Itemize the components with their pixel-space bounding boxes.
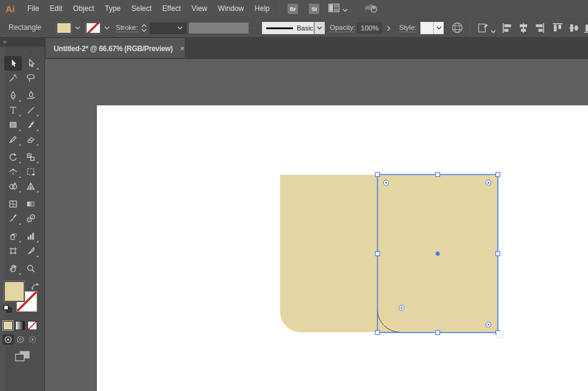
paintbrush-tool[interactable] (22, 118, 40, 132)
hand-tool[interactable] (4, 261, 22, 276)
shaper-tool[interactable] (4, 132, 22, 147)
draw-behind-button[interactable] (15, 334, 26, 345)
fill-color-swatch[interactable] (57, 23, 71, 33)
free-transform-tool[interactable] (22, 164, 40, 179)
zoom-tool[interactable] (22, 261, 40, 276)
drawing-mode-row (2, 334, 44, 345)
direct-selection-tool[interactable] (22, 56, 40, 71)
stroke-style-preview-line (266, 27, 293, 29)
selection-tool[interactable] (4, 56, 22, 71)
fill-stroke-indicator (0, 281, 44, 315)
document-setup-chevron-down-icon[interactable] (491, 25, 496, 36)
menu-type[interactable]: Type (99, 0, 126, 18)
type-tool[interactable] (4, 103, 22, 118)
tool-grid (0, 56, 44, 276)
eyedropper-tool[interactable] (4, 211, 22, 226)
document-tab-title: Untitled-2* @ 66.67% (RGB/Preview) (54, 44, 173, 53)
stroke-style-value: Basic (297, 24, 313, 32)
share-screen-icon[interactable] (364, 2, 378, 16)
stroke-weight-chevron-down-icon[interactable] (175, 23, 185, 33)
document-setup-icon[interactable] (477, 22, 489, 37)
collapse-panel-icon[interactable]: « (3, 38, 6, 45)
bridge-button[interactable]: Br (288, 4, 298, 14)
menu-window[interactable]: Window (213, 0, 249, 18)
menu-object[interactable]: Object (68, 0, 99, 18)
menu-list: FileEditObjectTypeSelectEffectViewWindow… (22, 0, 275, 18)
menu-file[interactable]: File (22, 0, 44, 18)
opacity-field[interactable]: 100% (357, 23, 382, 33)
none-button[interactable] (27, 321, 37, 330)
style-label[interactable]: Style: (399, 24, 417, 32)
align-vertical-center-icon[interactable] (569, 23, 579, 36)
align-vertical-top-icon[interactable] (552, 23, 563, 36)
gradient-button[interactable] (15, 321, 25, 330)
illustrator-logo: Ai (5, 4, 15, 14)
fill-swatch[interactable] (4, 281, 24, 301)
workspace-chevron-down-icon[interactable] (342, 4, 348, 15)
screen-mode-button[interactable] (13, 350, 32, 362)
color-type-row (3, 321, 44, 330)
align-vertical-bottom-icon[interactable] (584, 23, 588, 36)
perspective-grid-tool[interactable] (22, 179, 40, 194)
column-graph-tool[interactable] (22, 229, 40, 244)
tools-panel: « (0, 38, 45, 391)
tab-close-icon[interactable]: × (180, 44, 185, 52)
recolor-artwork-icon[interactable] (451, 21, 464, 37)
canvas-area[interactable] (45, 59, 588, 391)
slice-tool[interactable] (22, 244, 40, 258)
rectangle-tool[interactable] (4, 118, 22, 132)
opacity-label[interactable]: Opacity: (330, 24, 355, 32)
stroke-weight-label[interactable]: Stroke: (116, 24, 138, 32)
graphic-style-swatch[interactable] (420, 22, 433, 34)
stroke-color-swatch[interactable] (86, 23, 101, 33)
default-fill-stroke-icon[interactable] (4, 305, 12, 312)
menu-bar: Ai FileEditObjectTypeSelectEffectViewWin… (0, 0, 588, 18)
menu-select[interactable]: Select (126, 0, 157, 18)
align-horizontal-left-icon[interactable] (502, 23, 513, 36)
mesh-tool[interactable] (4, 197, 22, 211)
workspace-layout-icon[interactable] (328, 4, 339, 15)
pen-tool[interactable] (4, 88, 22, 103)
brush-definition-dropdown[interactable] (189, 23, 249, 33)
opacity-expand-arrow[interactable] (384, 23, 393, 33)
swap-fill-stroke-icon[interactable] (31, 282, 40, 293)
magic-wand-tool[interactable] (4, 71, 22, 85)
eraser-tool[interactable] (22, 132, 40, 147)
draw-normal-button[interactable] (2, 334, 14, 345)
tools-panel-header: « (0, 38, 44, 47)
menu-view[interactable]: View (186, 0, 213, 18)
lasso-tool[interactable] (22, 71, 40, 85)
fill-chevron-down-icon[interactable] (73, 23, 82, 33)
stroke-style-chevron-down-icon[interactable] (314, 22, 325, 34)
gradient-tool[interactable] (22, 197, 40, 211)
curvature-tool[interactable] (22, 88, 40, 103)
graphic-style-chevron-down-icon[interactable] (433, 22, 444, 34)
stock-button[interactable]: St (309, 4, 319, 14)
scale-tool[interactable] (22, 150, 40, 164)
document-tab[interactable]: Untitled-2* @ 66.67% (RGB/Preview) × (46, 38, 185, 58)
artboard-tool[interactable] (4, 244, 22, 258)
draw-inside-button[interactable] (27, 334, 38, 345)
menu-effect[interactable]: Effect (157, 0, 186, 18)
rotate-tool[interactable] (4, 150, 22, 164)
stroke-chevron-down-icon[interactable] (102, 23, 112, 33)
align-horizontal-right-icon[interactable] (534, 23, 545, 36)
shape-builder-tool[interactable] (4, 179, 22, 194)
artboard[interactable] (97, 105, 588, 391)
selection-type-label: Rectangle (9, 18, 41, 38)
menu-edit[interactable]: Edit (44, 0, 68, 18)
line-segment-tool[interactable] (22, 103, 40, 118)
control-bar-grip[interactable] (2, 20, 5, 35)
stroke-weight-stepper[interactable] (140, 23, 148, 33)
control-bar: Rectangle Stroke: Basic Opacity: 100% St… (0, 18, 588, 38)
document-tab-bar: Untitled-2* @ 66.67% (RGB/Preview) × (45, 38, 588, 59)
stroke-style-dropdown[interactable]: Basic (262, 22, 314, 34)
align-horizontal-center-icon[interactable] (518, 23, 529, 36)
symbol-sprayer-tool[interactable] (4, 229, 22, 244)
menubar-separator (280, 3, 280, 15)
blend-tool[interactable] (22, 211, 40, 226)
tools-panel-grip[interactable] (14, 51, 31, 53)
color-button[interactable] (3, 321, 13, 330)
width-tool[interactable] (4, 164, 22, 179)
menu-help[interactable]: Help (249, 0, 275, 18)
